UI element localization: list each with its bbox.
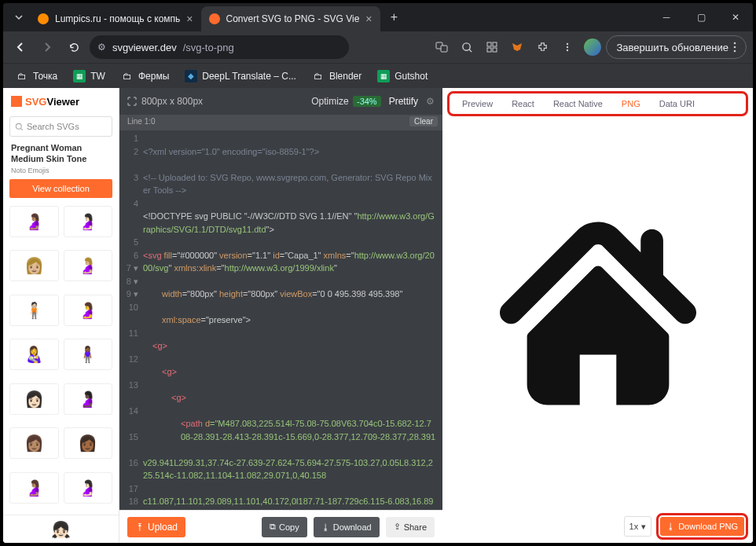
tab-title: Convert SVG to PNG - SVG Vie	[226, 13, 360, 24]
bookmark-tw[interactable]: ▦TW	[67, 66, 112, 86]
code-content: <?xml version="1.0" encoding="iso-8859-1…	[143, 130, 442, 510]
upload-icon: ⭱	[135, 522, 145, 533]
svg-rect-4	[493, 42, 497, 46]
icon-grid: 🤰🏽 🤰🏻 👩🏼 🤰🏼 🧍🏻 🤰 👩‍🍼 🧍🏾‍♀️ 👩🏻 🤰🏿 👩🏽 👩🏾 🤰…	[3, 203, 119, 515]
close-icon[interactable]: ×	[186, 13, 193, 25]
bookmarks-bar: 🗀Точка ▦TW 🗀Фермы ◆DeepL Translate – C..…	[3, 63, 753, 88]
zoom-select[interactable]: 1x▾	[624, 516, 652, 537]
reload-button[interactable]	[63, 36, 85, 58]
copy-button[interactable]: ⧉Copy	[262, 517, 307, 537]
svg-rect-3	[487, 42, 491, 46]
svg-thumbnail[interactable]: 👩🏼	[9, 250, 59, 281]
house-icon	[500, 215, 696, 412]
editor-toolbar: 800px x 800px Optimize -34% Prettify ⚙	[119, 88, 442, 115]
svg-point-8	[567, 46, 568, 48]
back-button[interactable]	[9, 36, 31, 58]
forward-button[interactable]	[36, 36, 58, 58]
svg-point-11	[734, 46, 736, 49]
browser-tab-lumpics[interactable]: Lumpics.ru - помощь с компь ×	[30, 6, 201, 31]
browser-tab-svgviewer[interactable]: Convert SVG to PNG - SVG Vie ×	[201, 6, 380, 31]
window-menu-icon[interactable]	[8, 6, 30, 28]
chevron-down-icon: ▾	[641, 522, 646, 532]
svg-point-12	[734, 50, 736, 53]
optimize-percent: -34%	[353, 96, 381, 107]
metamask-icon[interactable]	[505, 35, 529, 59]
preview-canvas	[442, 116, 753, 510]
preview-panel: Preview React React Native PNG Data URI …	[442, 88, 753, 543]
avatar[interactable]	[581, 35, 604, 59]
close-icon[interactable]: ×	[365, 13, 372, 25]
prettify-button[interactable]: Prettify	[389, 96, 418, 107]
close-window-button[interactable]: ✕	[718, 3, 753, 31]
url-domain: svgviewer.dev	[112, 42, 177, 53]
editor-footer: ⭱Upload ⧉Copy ⭳Download ⇪Share	[119, 510, 442, 543]
sidebar-footer-icon[interactable]: 👧🏻	[3, 515, 119, 543]
share-icon: ⇪	[394, 522, 401, 532]
svg-point-9	[567, 49, 568, 51]
translate-icon[interactable]	[430, 35, 453, 59]
settings-icon[interactable]: ⚙	[426, 96, 435, 107]
svg-thumbnail[interactable]: 🤰🏽	[9, 206, 59, 237]
svg-thumbnail[interactable]: 🤰🏼	[64, 250, 113, 281]
bookmark-blender[interactable]: 🗀Blender	[306, 66, 368, 86]
folder-icon: 🗀	[16, 70, 28, 82]
bookmark-gutshot[interactable]: ▦Gutshot	[371, 66, 434, 86]
extensions-icon[interactable]	[530, 35, 554, 59]
line-gutter: 1234567 ▾8 ▾9 ▾101112131415161718	[119, 130, 143, 510]
new-tab-button[interactable]: +	[384, 6, 406, 28]
svg-thumbnail[interactable]: 🤰🏽	[9, 472, 59, 504]
tab-preview[interactable]: Preview	[453, 93, 502, 114]
svg-thumbnail[interactable]: 👩🏻	[9, 383, 59, 415]
line-indicator: Line 1:0 Clear	[119, 115, 442, 130]
tab-png[interactable]: PNG	[612, 93, 650, 114]
grid-icon[interactable]	[480, 35, 504, 59]
svg-thumbnail[interactable]: 🤰🏻	[64, 472, 113, 504]
minimize-button[interactable]: ─	[649, 3, 684, 31]
svg-thumbnail[interactable]: 🤰🏻	[64, 206, 113, 237]
svg-thumbnail[interactable]: 👩🏾	[64, 427, 113, 459]
view-collection-button[interactable]: View collection	[9, 179, 112, 198]
sheets-icon: ▦	[73, 70, 86, 82]
share-button[interactable]: ⇪Share	[386, 517, 435, 537]
search-input[interactable]: Search SVGs	[9, 116, 112, 137]
upload-button[interactable]: ⭱Upload	[127, 517, 185, 537]
more-icon[interactable]	[556, 35, 579, 59]
expand-icon	[127, 97, 137, 106]
zoom-icon[interactable]	[455, 35, 479, 59]
svg-thumbnail[interactable]: 🤰	[64, 295, 113, 326]
logo-icon	[11, 96, 22, 107]
tab-react-native[interactable]: React Native	[544, 93, 612, 114]
download-button[interactable]: ⭳Download	[314, 517, 380, 537]
clear-button[interactable]: Clear	[409, 116, 438, 126]
maximize-button[interactable]: ▢	[684, 3, 718, 31]
tab-react[interactable]: React	[502, 93, 544, 114]
download-png-button[interactable]: ⭳Download PNG	[660, 517, 744, 536]
preview-footer: 1x▾ ⭳Download PNG	[442, 510, 753, 543]
svg-thumbnail[interactable]: 🧍🏾‍♀️	[64, 339, 113, 370]
address-bar: ⚙ svgviewer.dev/svg-to-png Завершить обн…	[3, 31, 753, 63]
svg-thumbnail[interactable]: 👩‍🍼	[9, 339, 59, 370]
url-field[interactable]: ⚙ svgviewer.dev/svg-to-png	[90, 35, 349, 59]
favicon-icon	[209, 13, 220, 24]
svg-thumbnail[interactable]: 🤰🏿	[64, 383, 113, 415]
bookmark-fermy[interactable]: 🗀Фермы	[115, 66, 175, 86]
bookmark-tochka[interactable]: 🗀Точка	[9, 66, 64, 86]
collection-subtitle: Noto Emojis	[3, 167, 119, 174]
svg-rect-1	[441, 46, 447, 52]
svg-thumbnail[interactable]: 👩🏽	[9, 427, 59, 459]
site-settings-icon[interactable]: ⚙	[97, 42, 106, 53]
download-icon: ⭳	[666, 522, 675, 531]
copy-icon: ⧉	[270, 522, 276, 532]
deepl-icon: ◆	[185, 70, 197, 82]
code-editor[interactable]: 1234567 ▾8 ▾9 ▾101112131415161718 <?xml …	[119, 130, 442, 510]
update-button[interactable]: Завершить обновление	[606, 35, 747, 59]
svg-thumbnail[interactable]: 🧍🏻	[9, 295, 59, 326]
dimensions-button[interactable]: 800px x 800px	[127, 96, 203, 107]
optimize-button[interactable]: Optimize -34%	[311, 96, 380, 107]
sheets-icon: ▦	[377, 70, 390, 82]
bookmark-deepl[interactable]: ◆DeepL Translate – C...	[178, 66, 303, 86]
logo[interactable]: SVGViewer	[3, 88, 119, 115]
url-path: /svg-to-png	[183, 42, 234, 53]
folder-icon: 🗀	[312, 70, 325, 82]
tab-data-uri[interactable]: Data URI	[650, 93, 704, 114]
